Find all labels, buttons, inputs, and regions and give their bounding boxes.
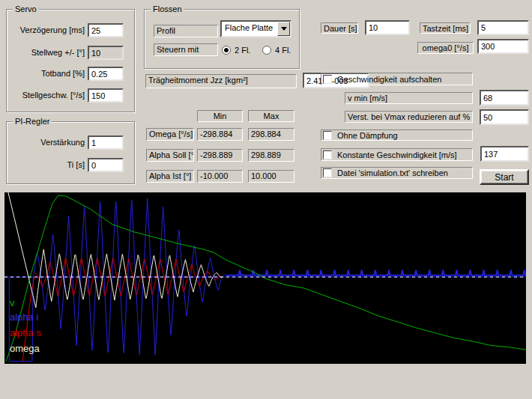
ohne-daempfung-checkbox[interactable] bbox=[323, 131, 332, 140]
verzoegerung-input[interactable] bbox=[88, 23, 124, 37]
verstaerkung-label: Verstärkung bbox=[11, 138, 85, 147]
ti-input[interactable] bbox=[88, 158, 124, 172]
konstante-geschwindigkeit-checkbox[interactable] bbox=[323, 150, 332, 159]
servo-groupbox: Servo Verzögerung [ms] Stellweg +/- [°] … bbox=[6, 9, 135, 112]
legend-v: v bbox=[10, 298, 15, 308]
vmin-label-box: v min [m/s] bbox=[345, 92, 473, 104]
omega0-input[interactable] bbox=[477, 39, 529, 54]
legend-alpha-s: alpha s bbox=[10, 328, 41, 338]
simulation-app-window: { "servo": { "title": "Servo", "fields":… bbox=[0, 0, 532, 399]
alpha-soll-row-label: Alpha Soll [°] bbox=[146, 149, 194, 162]
konstante-geschwindigkeit-row[interactable]: Konstante Geschwindigkeit [m/s] bbox=[321, 148, 473, 161]
totband-label: Totband [%] bbox=[11, 69, 85, 78]
flossen-groupbox: Flossen Profil Flache Platte Steuern mit… bbox=[144, 9, 300, 69]
steuern-mit-label-box: Steuern mit bbox=[154, 43, 218, 56]
alpha-ist-row-label: Alpha Ist [°] bbox=[146, 170, 194, 183]
verstaerkung-input[interactable] bbox=[88, 135, 124, 150]
dauer-input[interactable] bbox=[365, 20, 410, 35]
simulation-plot-canvas bbox=[4, 192, 526, 364]
stellgeschw-label: Stellgeschw. [°/s] bbox=[11, 91, 85, 100]
datei-schreiben-checkbox[interactable] bbox=[323, 168, 332, 177]
omega-max-value: 298.884 bbox=[248, 128, 294, 141]
vmin-input[interactable] bbox=[480, 90, 529, 106]
konstante-geschwindigkeit-label: Konstante Geschwindigkeit [m/s] bbox=[337, 150, 457, 159]
alpha-soll-min-value: -298.889 bbox=[197, 149, 243, 162]
ti-label: Ti [s] bbox=[11, 160, 85, 169]
profil-dropdown-value: Flache Platte bbox=[222, 22, 277, 36]
omega-min-value: -298.884 bbox=[197, 128, 243, 141]
profil-dropdown-button[interactable] bbox=[277, 22, 290, 36]
radio-4fl[interactable] bbox=[262, 46, 271, 55]
verst-vmax-label-box: Verst. bei Vmax reduzieren auf % bbox=[345, 111, 473, 123]
flossen-group-title: Flossen bbox=[151, 4, 184, 13]
verzoegerung-label: Verzögerung [ms] bbox=[11, 25, 85, 34]
traegheitmoment-label-box: Trägheitmoment Jzz [kgm²] bbox=[145, 74, 297, 88]
totband-input[interactable] bbox=[88, 67, 124, 81]
simulation-plot: v alpha i alpha s omega bbox=[4, 192, 526, 364]
konstante-geschwindigkeit-input[interactable] bbox=[480, 146, 529, 162]
pi-regler-group-title: PI-Regler bbox=[13, 117, 52, 126]
stellweg-label: Stellweg +/- [°] bbox=[11, 48, 85, 57]
stellgeschw-input[interactable] bbox=[88, 88, 124, 103]
chevron-down-icon bbox=[281, 27, 287, 31]
omega-row-label: Omega [°/s] bbox=[146, 128, 194, 141]
stellweg-input bbox=[88, 46, 124, 60]
geschwindigkeit-aufschalten-checkbox[interactable] bbox=[323, 75, 332, 84]
datei-schreiben-row[interactable]: Datei 'simulation.txt' schreiben bbox=[321, 167, 473, 179]
pi-regler-groupbox: PI-Regler Verstärkung Ti [s] bbox=[6, 121, 135, 184]
start-button[interactable]: Start bbox=[480, 169, 529, 185]
profil-label-box: Profil bbox=[154, 25, 218, 37]
verst-vmax-input[interactable] bbox=[480, 109, 529, 125]
datei-schreiben-label: Datei 'simulation.txt' schreiben bbox=[337, 168, 448, 177]
geschwindigkeit-aufschalten-row[interactable]: Geschwindigkeit aufschalten bbox=[321, 73, 473, 85]
tastzeit-input[interactable] bbox=[477, 20, 529, 35]
tastzeit-label-box: Tastzeit [ms] bbox=[420, 22, 471, 34]
servo-group-title: Servo bbox=[13, 4, 39, 13]
legend-omega: omega bbox=[10, 344, 40, 354]
radio-4fl-label: 4 Fl. bbox=[275, 46, 291, 55]
radio-2fl[interactable] bbox=[222, 46, 231, 55]
alpha-soll-max-value: 298.889 bbox=[248, 149, 294, 162]
geschwindigkeit-aufschalten-label: Geschwindigkeit aufschalten bbox=[337, 75, 441, 84]
omega0-label-box: omega0 [°/s] bbox=[417, 42, 474, 54]
ohne-daempfung-label: Ohne Dämpfung bbox=[337, 131, 398, 140]
alpha-ist-min-value: -10.000 bbox=[197, 170, 243, 183]
minmax-header-min: Min bbox=[197, 110, 243, 122]
alpha-ist-max-value: 10.000 bbox=[248, 170, 294, 183]
minmax-header-max: Max bbox=[248, 110, 294, 122]
radio-2fl-label: 2 Fl. bbox=[235, 46, 250, 55]
legend-alpha-i: alpha i bbox=[10, 312, 38, 323]
ohne-daempfung-row[interactable]: Ohne Dämpfung bbox=[321, 130, 473, 141]
dauer-label-box: Dauer [s] bbox=[321, 22, 358, 34]
profil-dropdown[interactable]: Flache Platte bbox=[220, 20, 291, 37]
